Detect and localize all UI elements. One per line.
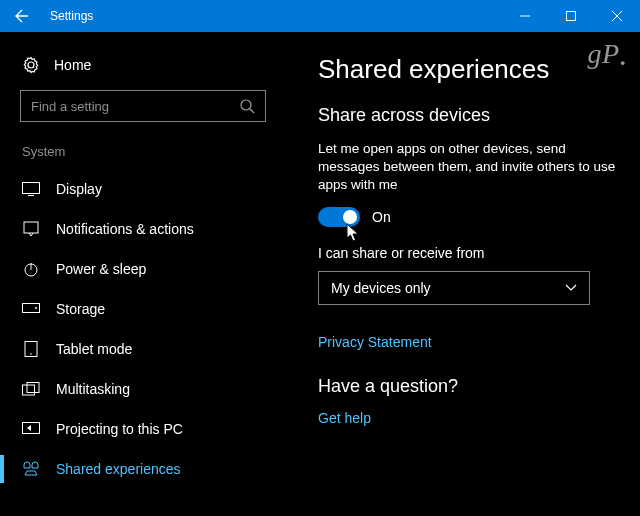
question-heading: Have a question? xyxy=(318,376,622,397)
sidebar-item-projecting[interactable]: Projecting to this PC xyxy=(20,409,266,449)
home-button[interactable]: Home xyxy=(20,50,266,90)
get-help-link[interactable]: Get help xyxy=(318,410,371,426)
svg-point-6 xyxy=(35,307,37,309)
privacy-link[interactable]: Privacy Statement xyxy=(318,334,432,350)
share-toggle[interactable] xyxy=(318,207,360,227)
maximize-button[interactable] xyxy=(548,0,594,32)
power-icon xyxy=(22,261,40,277)
toggle-knob xyxy=(343,210,357,224)
projecting-icon xyxy=(22,422,40,436)
back-button[interactable] xyxy=(0,0,44,32)
sidebar-item-power[interactable]: Power & sleep xyxy=(20,249,266,289)
window-title: Settings xyxy=(44,9,93,23)
maximize-icon xyxy=(566,11,576,21)
svg-point-8 xyxy=(30,353,32,355)
minimize-icon xyxy=(520,11,530,21)
share-from-dropdown[interactable]: My devices only xyxy=(318,271,590,305)
tablet-icon xyxy=(22,341,40,357)
sidebar-item-multitasking[interactable]: Multitasking xyxy=(20,369,266,409)
close-button[interactable] xyxy=(594,0,640,32)
section-share-across-desc: Let me open apps on other devices, send … xyxy=(318,140,622,195)
sidebar-item-label: Multitasking xyxy=(56,381,130,397)
minimize-button[interactable] xyxy=(502,0,548,32)
sidebar-item-notifications[interactable]: Notifications & actions xyxy=(20,209,266,249)
search-icon xyxy=(239,98,255,114)
svg-rect-2 xyxy=(23,183,40,194)
home-label: Home xyxy=(54,57,91,73)
multitasking-icon xyxy=(22,382,40,396)
sidebar-item-label: Power & sleep xyxy=(56,261,146,277)
svg-rect-0 xyxy=(567,12,576,21)
sidebar-item-label: Shared experiences xyxy=(56,461,181,477)
sidebar-item-label: Notifications & actions xyxy=(56,221,194,237)
svg-rect-3 xyxy=(24,222,38,233)
close-icon xyxy=(612,11,622,21)
main-panel: Shared experiences Share across devices … xyxy=(278,32,640,516)
sidebar-nav: Display Notifications & actions Power & … xyxy=(20,169,266,489)
share-toggle-state: On xyxy=(372,209,391,225)
watermark: gP. xyxy=(587,36,628,73)
sidebar-group-label: System xyxy=(22,144,266,159)
svg-point-1 xyxy=(241,100,251,110)
svg-rect-10 xyxy=(27,383,39,393)
sidebar-item-display[interactable]: Display xyxy=(20,169,266,209)
window-titlebar: Settings xyxy=(0,0,640,32)
sidebar: Home System Display Notifications & acti… xyxy=(0,32,278,516)
sidebar-item-label: Storage xyxy=(56,301,105,317)
shared-icon xyxy=(22,461,40,477)
sidebar-item-shared-experiences[interactable]: Shared experiences xyxy=(20,449,266,489)
share-from-label: I can share or receive from xyxy=(318,245,622,261)
share-from-value: My devices only xyxy=(331,280,431,296)
search-input[interactable] xyxy=(20,90,266,122)
sidebar-item-label: Tablet mode xyxy=(56,341,132,357)
search-field[interactable] xyxy=(31,99,255,114)
gear-icon xyxy=(22,56,40,74)
display-icon xyxy=(22,182,40,196)
page-heading: Shared experiences xyxy=(318,54,622,85)
notifications-icon xyxy=(22,221,40,237)
sidebar-item-label: Display xyxy=(56,181,102,197)
svg-rect-9 xyxy=(23,385,35,395)
storage-icon xyxy=(22,303,40,315)
chevron-down-icon xyxy=(565,284,577,292)
back-arrow-icon xyxy=(14,8,30,24)
sidebar-item-tablet[interactable]: Tablet mode xyxy=(20,329,266,369)
section-share-across-title: Share across devices xyxy=(318,105,622,126)
sidebar-item-label: Projecting to this PC xyxy=(56,421,183,437)
sidebar-item-storage[interactable]: Storage xyxy=(20,289,266,329)
